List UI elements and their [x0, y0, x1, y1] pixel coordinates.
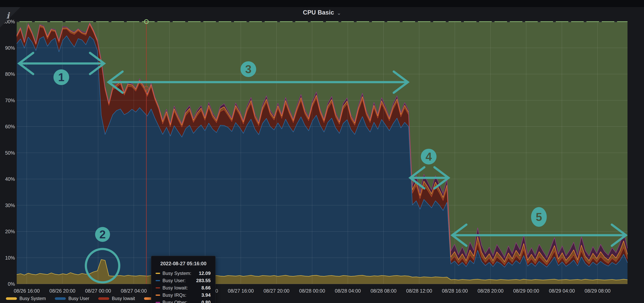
tooltip-series-swatch — [156, 287, 160, 288]
badge-number: 1 — [58, 71, 64, 84]
badge-number: 2 — [100, 228, 106, 241]
tooltip-series-label: Busy System: — [162, 270, 191, 276]
tooltip-series-swatch — [156, 294, 160, 296]
hover-tooltip: 2022-08-27 05:16:00 Busy System:12.09Bus… — [151, 256, 216, 303]
tooltip-series-swatch — [156, 273, 160, 274]
panel-info-corner[interactable]: i — [0, 7, 22, 31]
tooltip-series-value: 3.94 — [201, 292, 210, 298]
badge-number: 5 — [536, 210, 542, 223]
tooltip-series-value: 0.80 — [201, 300, 210, 303]
tooltip-row-busy-iowait: Busy Iowait:8.66 — [156, 284, 210, 292]
tooltip-row-busy-other: Busy Other:0.80 — [156, 299, 210, 303]
tooltip-series-value: 12.09 — [199, 270, 210, 276]
tooltip-series-swatch — [156, 280, 160, 281]
tooltip-series-label: Busy IRQs: — [162, 292, 186, 298]
info-corner-triangle — [0, 7, 20, 28]
tooltip-series-value: 8.66 — [201, 285, 210, 290]
tooltip-series-label: Busy Other: — [162, 300, 188, 303]
tooltip-series-value: 283.55 — [196, 278, 210, 283]
annotation-badge-5: 5 — [531, 207, 547, 227]
tooltip-series-swatch — [156, 302, 160, 303]
annotation-badge-3: 3 — [240, 61, 256, 77]
tooltip-timestamp: 2022-08-27 05:16:00 — [156, 261, 210, 266]
badge-number: 4 — [426, 150, 432, 163]
grafana-panel: CPU Basic ⌄ i 0%10%20%30%40%50%60%70%80%… — [0, 0, 644, 303]
badge-number: 3 — [245, 63, 252, 76]
tooltip-row-busy-irqs: Busy IRQs:3.94 — [156, 292, 210, 299]
tooltip-series-label: Busy Iowait: — [162, 285, 188, 290]
annotation-badge-1: 1 — [54, 69, 69, 85]
tooltip-series-label: Busy User: — [162, 278, 186, 283]
annotation-badge-2: 2 — [95, 227, 110, 242]
annotation-badge-4: 4 — [421, 149, 436, 164]
cpu-usage-chart[interactable]: 12345 — [0, 0, 644, 303]
tooltip-row-busy-system: Busy System:12.09 — [156, 270, 210, 277]
tooltip-row-busy-user: Busy User:283.55 — [156, 277, 210, 284]
